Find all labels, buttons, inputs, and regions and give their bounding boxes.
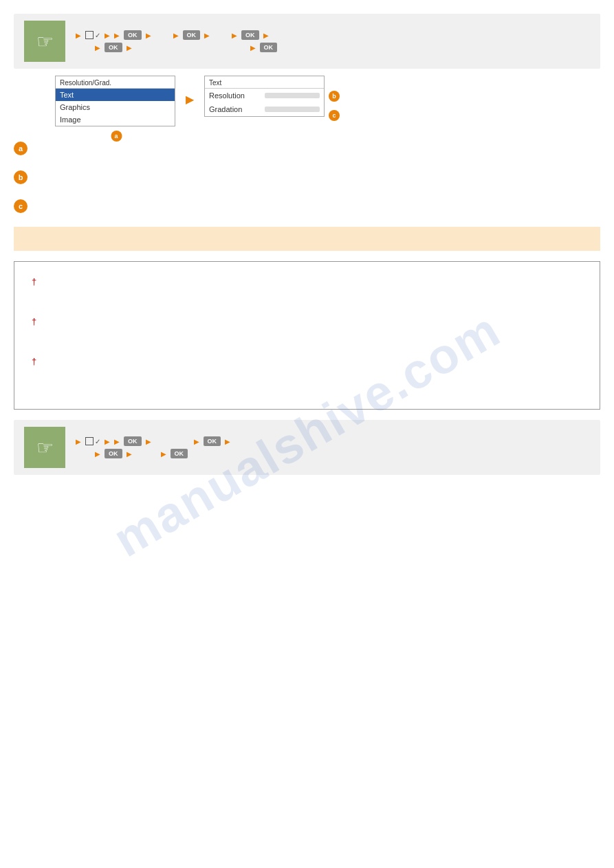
gradation-slider[interactable]: [265, 107, 320, 112]
play-icon-5: ▶: [173, 32, 179, 39]
explanation-section: a b c: [14, 140, 600, 213]
diagram-area: Resolution/Grad. Text Graphics Image a ▶…: [55, 76, 600, 126]
top-steps-line1: ▶ ✓ ▶ ▶ OK ▶ ▶ OK ▶ ▶ OK ▶: [76, 30, 277, 40]
b-play-icon-8: ▶: [127, 450, 132, 458]
menu-container: Resolution/Grad. Text Graphics Image a: [55, 76, 175, 126]
menu-box: Resolution/Grad. Text Graphics Image: [55, 76, 175, 126]
resolution-slider[interactable]: [265, 93, 320, 98]
b-play-icon-4: ▶: [146, 438, 151, 445]
label-c-container: c: [327, 110, 340, 121]
dagger-item-3: †: [32, 355, 582, 368]
exp-item-b: b: [14, 169, 600, 184]
menu-item-text[interactable]: Text: [56, 89, 175, 101]
play-icon-9: ▶: [95, 44, 100, 52]
badge-b: b: [329, 91, 340, 102]
exp-badge-c: c: [14, 199, 28, 213]
ok-btn-4[interactable]: OK: [105, 43, 122, 52]
menu-title: Resolution/Grad.: [56, 76, 175, 89]
b-play-icon-1: ▶: [76, 438, 81, 445]
bottom-hand-icon-box: ☞: [24, 427, 65, 468]
menu-item-image[interactable]: Image: [56, 113, 175, 126]
b-play-icon-5: ▶: [194, 438, 199, 445]
play-icon-3: ▶: [114, 32, 120, 39]
top-instruction-bar: ☞ ▶ ✓ ▶ ▶ OK ▶ ▶ OK ▶ ▶ OK ▶ ▶ OK ▶ ▶: [14, 14, 600, 69]
b-play-icon-6: ▶: [225, 438, 230, 445]
bottom-steps-line2: ▶ OK ▶ ▶ OK: [76, 449, 230, 458]
bottom-steps-line1: ▶ ✓ ▶ ▶ OK ▶ ▶ OK ▶: [76, 436, 230, 446]
b-ok-btn-2[interactable]: OK: [204, 436, 221, 446]
b-ok-btn-3[interactable]: OK: [105, 449, 122, 458]
arrow-right: ▶: [186, 93, 194, 106]
ok-btn-2[interactable]: OK: [183, 30, 201, 40]
dagger-text-1: [42, 276, 44, 288]
submenu-item-gradation[interactable]: Gradation: [205, 102, 324, 116]
b-ok-btn-1[interactable]: OK: [124, 436, 142, 446]
exp-badge-a: a: [14, 142, 28, 155]
badge-a: a: [111, 131, 122, 142]
play-icon-6: ▶: [204, 32, 210, 39]
dagger-text-2: [42, 315, 44, 328]
bottom-instruction-bar: ☞ ▶ ✓ ▶ ▶ OK ▶ ▶ OK ▶ ▶ OK ▶ ▶ OK: [14, 420, 600, 475]
b-play-icon-3: ▶: [114, 438, 120, 445]
exp-badge-b: b: [14, 170, 28, 184]
play-icon-11: ▶: [250, 44, 256, 52]
submenu-box: Text Resolution Gradation: [204, 76, 325, 117]
b-check-icon: ✓: [95, 438, 100, 445]
submenu-item-resolution[interactable]: Resolution: [205, 89, 324, 102]
play-icon-10: ▶: [127, 44, 132, 52]
dagger-text-3: [42, 355, 44, 368]
play-icon-2: ▶: [105, 32, 110, 39]
label-a-container: a: [109, 131, 122, 142]
content-box: † † †: [14, 261, 600, 410]
b-ok-btn-4[interactable]: OK: [171, 449, 188, 458]
bottom-steps: ▶ ✓ ▶ ▶ OK ▶ ▶ OK ▶ ▶ OK ▶ ▶ OK: [76, 436, 230, 458]
note-bar: [14, 227, 600, 251]
b-play-icon-9: ▶: [161, 450, 166, 458]
badge-c: c: [329, 110, 340, 121]
checkbox-icon: ✓: [85, 31, 100, 39]
submenu-container: Text Resolution Gradation b c: [204, 76, 325, 117]
exp-item-a: a: [14, 140, 600, 155]
exp-text-b: [34, 169, 36, 181]
play-icon-4: ▶: [146, 32, 151, 39]
exp-item-c: c: [14, 198, 600, 213]
dagger-symbol-2: †: [32, 316, 36, 326]
submenu-label-gradation: Gradation: [209, 105, 242, 113]
exp-text-a: [34, 140, 36, 153]
dagger-item-1: †: [32, 276, 582, 288]
submenu-label-resolution: Resolution: [209, 91, 245, 100]
exp-text-c: [34, 198, 36, 210]
ok-btn-1[interactable]: OK: [124, 30, 142, 40]
b-play-icon-7: ▶: [95, 450, 100, 458]
submenu-title: Text: [205, 76, 324, 89]
ok-btn-3[interactable]: OK: [241, 30, 259, 40]
bottom-hand-icon: ☞: [36, 436, 54, 459]
play-icon-1: ▶: [76, 32, 81, 39]
b-checkbox-icon: ✓: [85, 437, 100, 445]
b-square-icon: [85, 437, 94, 445]
dagger-symbol-3: †: [32, 356, 36, 366]
play-icon-8: ▶: [263, 32, 269, 39]
play-icon-7: ▶: [232, 32, 237, 39]
menu-item-graphics[interactable]: Graphics: [56, 101, 175, 113]
top-steps-line2: ▶ OK ▶ ▶ OK: [76, 43, 277, 52]
top-steps: ▶ ✓ ▶ ▶ OK ▶ ▶ OK ▶ ▶ OK ▶ ▶ OK ▶ ▶ OK: [76, 30, 277, 52]
label-b-container: b: [327, 91, 340, 102]
square-icon: [85, 31, 94, 39]
b-play-icon-2: ▶: [105, 438, 110, 445]
ok-btn-5[interactable]: OK: [260, 43, 278, 52]
hand-icon-box: ☞: [24, 21, 65, 62]
check-icon: ✓: [95, 32, 100, 39]
dagger-symbol-1: †: [32, 276, 36, 287]
dagger-item-2: †: [32, 315, 582, 328]
hand-icon: ☞: [36, 30, 54, 53]
